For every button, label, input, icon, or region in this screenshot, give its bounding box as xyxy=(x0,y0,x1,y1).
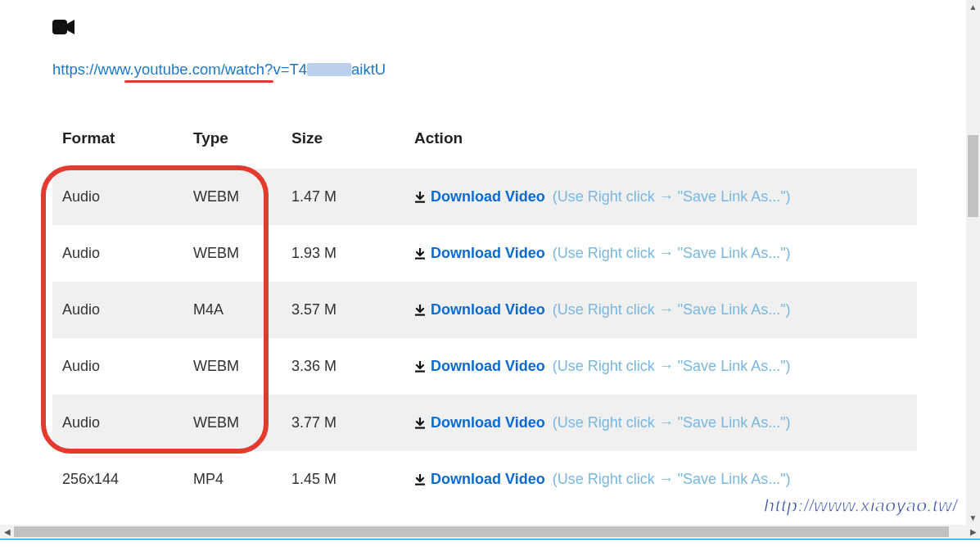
cell-format: Audio xyxy=(52,395,183,451)
download-hint: (Use Right click → "Save Link As...") xyxy=(549,188,791,205)
svg-rect-1 xyxy=(415,201,425,203)
scroll-right-arrow-icon[interactable]: ▶ xyxy=(966,525,980,539)
download-hint: (Use Right click → "Save Link As...") xyxy=(549,471,791,487)
download-icon xyxy=(414,190,426,205)
download-link[interactable]: Download Video xyxy=(431,414,545,431)
svg-rect-5 xyxy=(415,427,425,429)
cell-size: 1.93 M xyxy=(282,225,404,282)
download-link[interactable]: Download Video xyxy=(431,301,545,318)
svg-rect-3 xyxy=(415,314,425,316)
scroll-down-arrow-icon[interactable]: ▼ xyxy=(966,511,980,525)
table-row: AudioM4A3.57 MDownload Video (Use Right … xyxy=(52,282,917,338)
video-url[interactable]: https://www.youtube.com/watch?v=T4aiktU xyxy=(52,61,386,79)
cell-size: 3.57 M xyxy=(282,282,404,338)
cell-format: Audio xyxy=(52,282,183,338)
cell-action: Download Video (Use Right click → "Save … xyxy=(404,225,917,282)
svg-rect-4 xyxy=(415,371,425,373)
download-icon xyxy=(414,303,426,318)
cell-action: Download Video (Use Right click → "Save … xyxy=(404,282,917,338)
svg-rect-6 xyxy=(415,484,425,486)
vertical-scroll-thumb[interactable] xyxy=(968,135,978,217)
cell-type: WEBM xyxy=(183,169,282,225)
table-row: AudioWEBM3.36 MDownload Video (Use Right… xyxy=(52,338,917,395)
cell-action: Download Video (Use Right click → "Save … xyxy=(404,169,917,225)
download-icon xyxy=(414,472,426,487)
table-row: AudioWEBM1.47 MDownload Video (Use Right… xyxy=(52,169,917,225)
header-type: Type xyxy=(183,118,282,169)
header-format: Format xyxy=(52,118,183,169)
cell-size: 1.47 M xyxy=(282,169,404,225)
horizontal-scrollbar[interactable]: ◀ ▶ xyxy=(0,525,980,539)
cell-action: Download Video (Use Right click → "Save … xyxy=(404,338,917,395)
downloads-table: Format Type Size Action AudioWEBM1.47 MD… xyxy=(52,118,917,508)
cell-type: M4A xyxy=(183,282,282,338)
url-suffix: aiktU xyxy=(351,61,386,78)
url-prefix: https:// xyxy=(52,61,98,78)
annotation-underline xyxy=(124,80,273,83)
url-redacted-segment xyxy=(307,63,351,76)
download-hint: (Use Right click → "Save Link As...") xyxy=(549,301,791,318)
download-link[interactable]: Download Video xyxy=(431,471,545,487)
table-row: 256x144MP41.45 MDownload Video (Use Righ… xyxy=(52,451,917,508)
viewport: https://www.youtube.com/watch?v=T4aiktU … xyxy=(0,0,980,551)
cell-format: Audio xyxy=(52,169,183,225)
bottom-border xyxy=(0,539,980,540)
download-link[interactable]: Download Video xyxy=(431,245,545,261)
header-action: Action xyxy=(404,118,917,169)
table-row: AudioWEBM1.93 MDownload Video (Use Right… xyxy=(52,225,917,282)
cell-type: WEBM xyxy=(183,338,282,395)
download-hint: (Use Right click → "Save Link As...") xyxy=(549,358,791,374)
download-link[interactable]: Download Video xyxy=(431,358,545,374)
cell-size: 3.36 M xyxy=(282,338,404,395)
video-camera-icon xyxy=(52,16,966,39)
scroll-up-arrow-icon[interactable]: ▲ xyxy=(966,0,980,14)
cell-format: Audio xyxy=(52,338,183,395)
table-header-row: Format Type Size Action xyxy=(52,118,917,169)
cell-format: 256x144 xyxy=(52,451,183,508)
horizontal-scroll-track[interactable] xyxy=(14,525,966,539)
cell-size: 3.77 M xyxy=(282,395,404,451)
vertical-scrollbar[interactable]: ▲ ▼ xyxy=(966,0,980,525)
download-icon xyxy=(414,359,426,374)
vertical-scroll-track[interactable] xyxy=(966,14,980,511)
scroll-left-arrow-icon[interactable]: ◀ xyxy=(0,525,14,539)
cell-type: WEBM xyxy=(183,225,282,282)
horizontal-scroll-thumb[interactable] xyxy=(14,526,949,537)
cell-type: MP4 xyxy=(183,451,282,508)
cell-type: WEBM xyxy=(183,395,282,451)
cell-action: Download Video (Use Right click → "Save … xyxy=(404,395,917,451)
download-hint: (Use Right click → "Save Link As...") xyxy=(549,245,791,261)
download-icon xyxy=(414,416,426,431)
table-row: AudioWEBM3.77 MDownload Video (Use Right… xyxy=(52,395,917,451)
url-path: /watch?v=T4 xyxy=(221,61,307,78)
download-link[interactable]: Download Video xyxy=(431,188,545,205)
download-icon xyxy=(414,246,426,261)
download-hint: (Use Right click → "Save Link As...") xyxy=(549,414,791,431)
url-host: www.youtube.com xyxy=(98,61,221,78)
cell-format: Audio xyxy=(52,225,183,282)
cell-action: Download Video (Use Right click → "Save … xyxy=(404,451,917,508)
cell-size: 1.45 M xyxy=(282,451,404,508)
page-content: https://www.youtube.com/watch?v=T4aiktU … xyxy=(0,0,966,525)
svg-rect-0 xyxy=(52,20,67,34)
header-size: Size xyxy=(282,118,404,169)
svg-rect-2 xyxy=(415,258,425,260)
